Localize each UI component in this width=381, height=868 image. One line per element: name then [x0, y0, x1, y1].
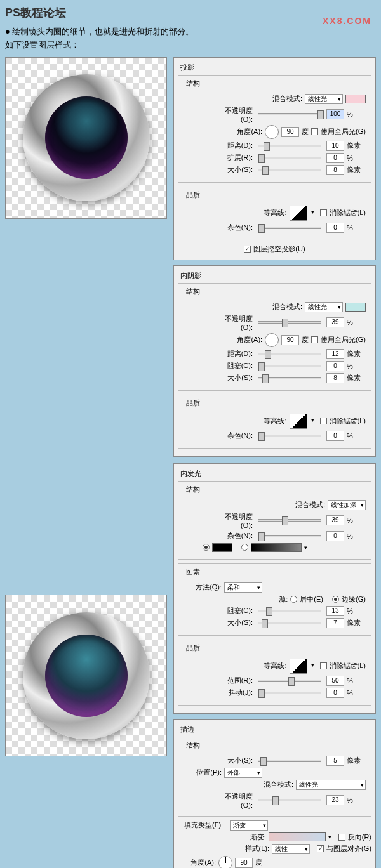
- tutorial-row-1: 投影 结构 混合模式:线性光 不透明度(O):100% 角度(A):90度使用全…: [5, 57, 376, 457]
- blend-select[interactable]: 线性光: [296, 780, 366, 790]
- reverse-checkbox[interactable]: [338, 834, 345, 841]
- panel-inner-shadow: 内阴影 结构 混合模式:线性光 不透明度(O):39% 角度(A):90度使用全…: [173, 265, 376, 457]
- antialias-checkbox[interactable]: [320, 209, 327, 216]
- antialias-checkbox[interactable]: [320, 662, 327, 669]
- noise-input[interactable]: 0: [326, 431, 344, 441]
- color-swatch[interactable]: [345, 95, 366, 103]
- jitter-input[interactable]: 0: [326, 688, 344, 698]
- jitter-slider[interactable]: [258, 692, 321, 694]
- spread-input[interactable]: 0: [326, 153, 344, 163]
- gradient-picker[interactable]: [269, 832, 326, 841]
- distance-input[interactable]: 12: [326, 349, 344, 359]
- source-edge-radio[interactable]: [332, 596, 339, 603]
- choke-slider[interactable]: [258, 610, 321, 612]
- blend-select[interactable]: 线性光: [305, 94, 343, 104]
- preview-image-1: [5, 57, 167, 219]
- color-swatch[interactable]: [345, 303, 366, 312]
- preview-image-2: [5, 595, 167, 756]
- distance-input[interactable]: 10: [326, 141, 344, 151]
- distance-slider[interactable]: [258, 145, 321, 147]
- global-light-checkbox[interactable]: [311, 128, 318, 135]
- angle-input[interactable]: 90: [235, 858, 253, 868]
- position-select[interactable]: 外部: [224, 768, 262, 778]
- opacity-slider[interactable]: [258, 113, 321, 115]
- panel-title: 投影: [180, 63, 371, 72]
- size-slider[interactable]: [258, 760, 321, 762]
- watermark: XX8.COM: [323, 16, 371, 26]
- size-input[interactable]: 8: [326, 165, 344, 175]
- opacity-slider[interactable]: [258, 799, 321, 801]
- angle-dial[interactable]: [218, 856, 232, 868]
- gradient-picker[interactable]: [251, 543, 302, 552]
- noise-slider[interactable]: [258, 435, 321, 437]
- opacity-input[interactable]: 100: [326, 109, 344, 119]
- size-slider[interactable]: [258, 169, 321, 171]
- contour-picker[interactable]: [290, 659, 307, 674]
- color-swatch[interactable]: [212, 543, 232, 552]
- global-light-checkbox[interactable]: [311, 336, 318, 343]
- tutorial-row-2: 内发光 结构 混合模式:线性加深 不透明度(O):39% 杂色(N):0% ▾ …: [5, 463, 376, 868]
- contour-picker[interactable]: [290, 206, 307, 221]
- choke-input[interactable]: 13: [326, 606, 344, 616]
- size-input[interactable]: 7: [326, 618, 344, 628]
- page-title: PS教程论坛: [5, 5, 376, 20]
- opacity-input[interactable]: 39: [326, 515, 344, 525]
- panel-inner-glow: 内发光 结构 混合模式:线性加深 不透明度(O):39% 杂色(N):0% ▾ …: [173, 463, 376, 714]
- noise-slider[interactable]: [258, 535, 321, 537]
- noise-slider[interactable]: [258, 227, 321, 229]
- angle-dial[interactable]: [265, 125, 279, 139]
- blend-select[interactable]: 线性加深: [328, 500, 366, 510]
- angle-input[interactable]: 90: [281, 127, 299, 137]
- antialias-checkbox[interactable]: [320, 418, 327, 424]
- noise-input[interactable]: 0: [326, 223, 344, 233]
- knockout-checkbox[interactable]: [244, 246, 251, 253]
- range-input[interactable]: 50: [326, 676, 344, 686]
- align-checkbox[interactable]: [317, 845, 324, 852]
- color-radio[interactable]: [203, 544, 210, 551]
- angle-input[interactable]: 90: [281, 335, 299, 345]
- angle-dial[interactable]: [265, 333, 279, 347]
- opacity-input[interactable]: 39: [326, 317, 344, 327]
- choke-input[interactable]: 0: [326, 361, 344, 371]
- opacity-input[interactable]: 23: [326, 795, 344, 805]
- contour-picker[interactable]: [290, 414, 307, 429]
- noise-input[interactable]: 0: [326, 531, 344, 541]
- range-slider[interactable]: [258, 680, 321, 682]
- gradient-radio[interactable]: [241, 544, 248, 551]
- source-center-radio[interactable]: [290, 596, 297, 603]
- distance-slider[interactable]: [258, 353, 321, 355]
- size-slider[interactable]: [258, 377, 321, 379]
- method-select[interactable]: 柔和: [224, 582, 262, 593]
- blend-select[interactable]: 线性光: [305, 302, 343, 312]
- intro-text: ● 绘制镜头内圈的细节，也就是进光和折射的部分。如下设置图层样式：: [5, 25, 376, 52]
- panel-stroke: 描边 结构 大小(S):5像素 位置(P):外部 混合模式:线性光 不透明度(O…: [173, 719, 376, 868]
- panel-drop-shadow: 投影 结构 混合模式:线性光 不透明度(O):100% 角度(A):90度使用全…: [173, 57, 376, 260]
- fill-type-select[interactable]: 渐变: [230, 820, 268, 831]
- spread-slider[interactable]: [258, 157, 321, 159]
- choke-slider[interactable]: [258, 365, 321, 367]
- opacity-slider[interactable]: [258, 321, 321, 324]
- size-input[interactable]: 5: [326, 756, 344, 766]
- size-slider[interactable]: [258, 622, 321, 624]
- opacity-slider[interactable]: [258, 519, 321, 522]
- size-input[interactable]: 8: [326, 373, 344, 383]
- style-select[interactable]: 线性: [272, 844, 310, 854]
